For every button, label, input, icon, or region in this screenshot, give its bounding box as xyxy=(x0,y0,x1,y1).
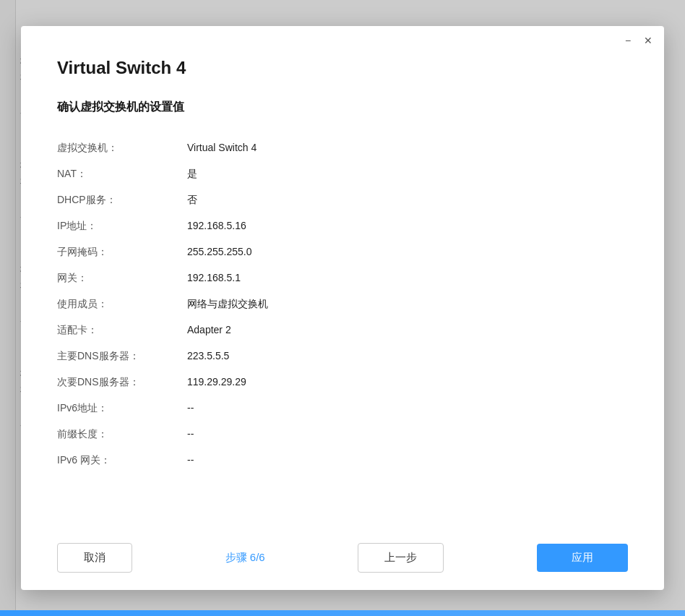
settings-label-2: DHCP服务： xyxy=(57,187,187,213)
section-title: 确认虚拟交换机的设置值 xyxy=(57,100,628,115)
settings-value-10: -- xyxy=(187,395,628,422)
settings-row-10: IPv6地址：-- xyxy=(57,395,628,422)
dialog-footer: 取消 步骤 6/6 上一步 应用 xyxy=(21,529,664,590)
settings-row-11: 前缀长度：-- xyxy=(57,422,628,448)
settings-value-3: 192.168.5.16 xyxy=(187,213,628,239)
settings-row-9: 次要DNS服务器：119.29.29.29 xyxy=(57,369,628,395)
settings-value-4: 255.255.255.0 xyxy=(187,239,628,265)
settings-value-5: 192.168.5.1 xyxy=(187,265,628,291)
settings-label-12: IPv6 网关： xyxy=(57,448,187,474)
settings-value-6: 网络与虚拟交换机 xyxy=(187,291,628,317)
dialog-body: Virtual Switch 4 确认虚拟交换机的设置值 虚拟交换机：Virtu… xyxy=(21,51,664,529)
settings-value-2: 否 xyxy=(187,187,628,213)
apply-button[interactable]: 应用 xyxy=(537,544,628,572)
dialog: − ✕ Virtual Switch 4 确认虚拟交换机的设置值 虚拟交换机：V… xyxy=(21,26,664,590)
minimize-button[interactable]: − xyxy=(621,33,635,48)
close-button[interactable]: ✕ xyxy=(641,33,655,48)
settings-row-1: NAT：是 xyxy=(57,161,628,187)
settings-table: 虚拟交换机：Virtual Switch 4NAT：是DHCP服务：否IP地址：… xyxy=(57,135,628,474)
modal-overlay: − ✕ Virtual Switch 4 确认虚拟交换机的设置值 虚拟交换机：V… xyxy=(0,0,685,616)
settings-value-12: -- xyxy=(187,448,628,474)
bottom-bar xyxy=(0,610,685,616)
settings-value-11: -- xyxy=(187,422,628,448)
settings-label-8: 主要DNS服务器： xyxy=(57,343,187,369)
settings-value-0: Virtual Switch 4 xyxy=(187,135,628,161)
settings-value-7: Adapter 2 xyxy=(187,317,628,343)
cancel-button[interactable]: 取消 xyxy=(57,543,132,573)
settings-row-6: 使用成员：网络与虚拟交换机 xyxy=(57,291,628,317)
prev-button[interactable]: 上一步 xyxy=(358,543,444,573)
settings-label-5: 网关： xyxy=(57,265,187,291)
settings-label-10: IPv6地址： xyxy=(57,395,187,422)
settings-label-1: NAT： xyxy=(57,161,187,187)
settings-value-8: 223.5.5.5 xyxy=(187,343,628,369)
step-indicator: 步骤 6/6 xyxy=(225,551,265,565)
settings-row-3: IP地址：192.168.5.16 xyxy=(57,213,628,239)
dialog-titlebar: − ✕ xyxy=(21,26,664,51)
settings-label-4: 子网掩码： xyxy=(57,239,187,265)
settings-row-7: 适配卡：Adapter 2 xyxy=(57,317,628,343)
settings-row-5: 网关：192.168.5.1 xyxy=(57,265,628,291)
settings-row-4: 子网掩码：255.255.255.0 xyxy=(57,239,628,265)
settings-label-9: 次要DNS服务器： xyxy=(57,369,187,395)
settings-value-1: 是 xyxy=(187,161,628,187)
settings-value-9: 119.29.29.29 xyxy=(187,369,628,395)
settings-label-3: IP地址： xyxy=(57,213,187,239)
settings-row-0: 虚拟交换机：Virtual Switch 4 xyxy=(57,135,628,161)
settings-label-11: 前缀长度： xyxy=(57,422,187,448)
settings-label-6: 使用成员： xyxy=(57,291,187,317)
settings-label-7: 适配卡： xyxy=(57,317,187,343)
settings-row-8: 主要DNS服务器：223.5.5.5 xyxy=(57,343,628,369)
settings-row-2: DHCP服务：否 xyxy=(57,187,628,213)
dialog-title: Virtual Switch 4 xyxy=(57,58,628,78)
settings-label-0: 虚拟交换机： xyxy=(57,135,187,161)
settings-row-12: IPv6 网关：-- xyxy=(57,448,628,474)
